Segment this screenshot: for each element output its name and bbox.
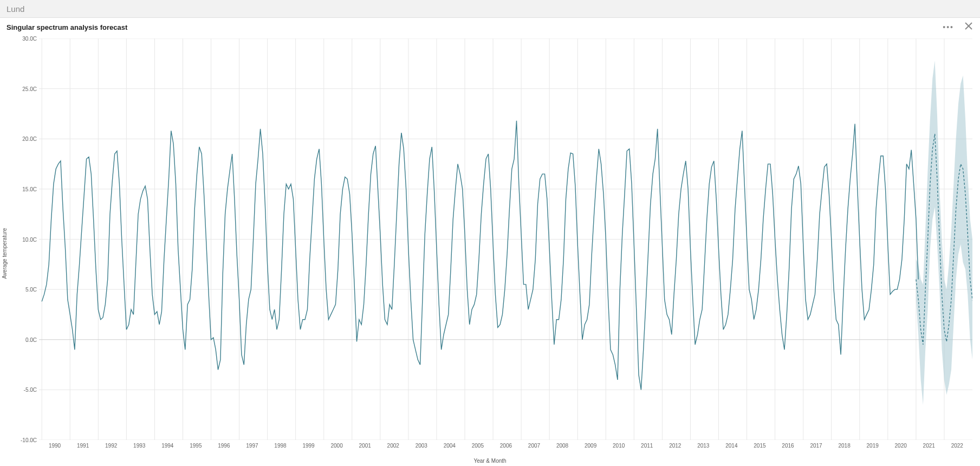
x-tick-label: 1990	[49, 443, 61, 449]
y-tick-label: -5.0C	[24, 387, 37, 393]
x-tick-label: 1997	[246, 443, 258, 449]
x-tick-label: 1994	[161, 443, 173, 449]
more-options-icon[interactable]: •••	[943, 23, 954, 31]
x-tick-label: 2016	[782, 443, 794, 449]
x-tick-label: 2015	[754, 443, 765, 449]
x-tick-label: 2018	[838, 443, 850, 449]
x-tick-label: 2020	[895, 443, 907, 449]
x-tick-label: 1998	[274, 443, 286, 449]
x-tick-label: 2003	[416, 443, 427, 449]
x-tick-label: 2000	[330, 443, 342, 449]
x-tick-label: 2011	[641, 443, 653, 449]
panel: Singular spectrum analysis forecast ••• …	[0, 18, 980, 466]
x-tick-label: 2001	[359, 443, 371, 449]
x-axis-title: Year & Month	[473, 458, 506, 464]
panel-title: Singular spectrum analysis forecast	[7, 23, 127, 31]
x-tick-label: 2006	[500, 443, 512, 449]
y-axis-title: Average temperature	[2, 228, 8, 279]
y-tick-label: 15.0C	[22, 186, 37, 192]
x-tick-label: 1993	[133, 443, 145, 449]
x-tick-label: 2008	[556, 443, 568, 449]
chart-area: Average temperature Year & Month -10.0C-…	[0, 34, 980, 466]
y-tick-label: 30.0C	[22, 36, 37, 42]
x-tick-label: 2022	[951, 443, 963, 449]
x-tick-label: 2014	[725, 443, 737, 449]
x-tick-label: 2005	[472, 443, 484, 449]
x-tick-label: 2013	[697, 443, 709, 449]
y-tick-label: 0.0C	[25, 336, 37, 342]
page-header: Lund	[0, 0, 980, 18]
x-tick-label: 2021	[923, 443, 935, 449]
panel-header: Singular spectrum analysis forecast •••	[0, 18, 980, 34]
plot-region[interactable]	[39, 38, 972, 440]
y-tick-label: -10.0C	[21, 437, 37, 443]
page-title: Lund	[7, 4, 24, 14]
x-tick-label: 2012	[669, 443, 681, 449]
x-tick-label: 1995	[190, 443, 202, 449]
panel-actions: •••	[943, 22, 972, 32]
x-tick-label: 1992	[105, 443, 117, 449]
close-icon[interactable]	[965, 22, 972, 32]
x-tick-label: 1991	[77, 443, 89, 449]
x-tick-label: 1999	[302, 443, 314, 449]
x-tick-label: 2017	[810, 443, 822, 449]
x-tick-label: 2007	[528, 443, 540, 449]
x-tick-label: 2009	[585, 443, 596, 449]
x-tick-label: 2010	[613, 443, 625, 449]
x-tick-label: 2019	[867, 443, 879, 449]
x-tick-label: 2002	[387, 443, 399, 449]
y-tick-label: 25.0C	[22, 86, 37, 92]
y-tick-label: 20.0C	[22, 136, 37, 142]
x-tick-label: 1996	[218, 443, 230, 449]
x-tick-label: 2004	[444, 443, 456, 449]
y-tick-label: 5.0C	[25, 287, 37, 293]
y-tick-label: 10.0C	[22, 236, 37, 242]
